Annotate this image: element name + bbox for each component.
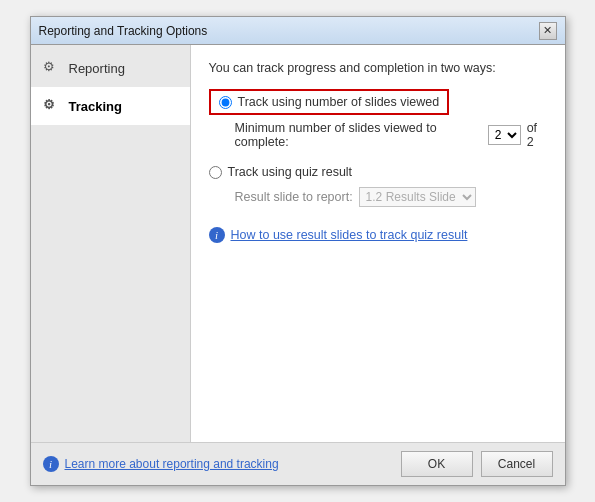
title-bar: Reporting and Tracking Options ✕ bbox=[31, 17, 565, 45]
min-slides-select[interactable]: 2 1 3 4 bbox=[488, 125, 521, 145]
option1-group: Track using number of slides viewed Mini… bbox=[209, 89, 547, 149]
sidebar-label-reporting: Reporting bbox=[69, 61, 125, 76]
sidebar-item-tracking[interactable]: ⚙ Tracking bbox=[31, 87, 190, 125]
gear-icon-reporting: ⚙ bbox=[43, 59, 61, 77]
info-icon: i bbox=[209, 227, 225, 243]
info-link-text: How to use result slides to track quiz r… bbox=[231, 228, 468, 242]
option1-radio[interactable] bbox=[219, 96, 232, 109]
dialog: Reporting and Tracking Options ✕ ⚙ Repor… bbox=[30, 16, 566, 486]
footer-buttons: OK Cancel bbox=[401, 451, 553, 477]
close-button[interactable]: ✕ bbox=[539, 22, 557, 40]
info-link[interactable]: i How to use result slides to track quiz… bbox=[209, 227, 547, 243]
result-slide-select[interactable]: 1.2 Results Slide bbox=[359, 187, 476, 207]
footer-info-icon: i bbox=[43, 456, 59, 472]
option2-group: Track using quiz result bbox=[209, 165, 547, 179]
option2-sub: Result slide to report: 1.2 Results Slid… bbox=[235, 187, 547, 207]
option2-section: Track using quiz result Result slide to … bbox=[209, 165, 547, 207]
main-content: You can track progress and completion in… bbox=[191, 45, 565, 442]
option2-radio[interactable] bbox=[209, 166, 222, 179]
result-slide-label: Result slide to report: bbox=[235, 190, 353, 204]
intro-text: You can track progress and completion in… bbox=[209, 61, 547, 75]
of-text: of 2 bbox=[527, 121, 547, 149]
dialog-footer: i Learn more about reporting and trackin… bbox=[31, 442, 565, 485]
option1-highlighted: Track using number of slides viewed bbox=[209, 89, 450, 115]
ok-button[interactable]: OK bbox=[401, 451, 473, 477]
option2-label[interactable]: Track using quiz result bbox=[228, 165, 353, 179]
cancel-button[interactable]: Cancel bbox=[481, 451, 553, 477]
dialog-body: ⚙ Reporting ⚙ Tracking You can track pro… bbox=[31, 45, 565, 442]
min-slides-label: Minimum number of slides viewed to compl… bbox=[235, 121, 482, 149]
option1-label[interactable]: Track using number of slides viewed bbox=[238, 95, 440, 109]
gear-icon-tracking: ⚙ bbox=[43, 97, 61, 115]
option1-sub: Minimum number of slides viewed to compl… bbox=[235, 121, 547, 149]
learn-more-link[interactable]: i Learn more about reporting and trackin… bbox=[43, 456, 279, 472]
dialog-title: Reporting and Tracking Options bbox=[39, 24, 208, 38]
sidebar: ⚙ Reporting ⚙ Tracking bbox=[31, 45, 191, 442]
sidebar-item-reporting[interactable]: ⚙ Reporting bbox=[31, 49, 190, 87]
learn-more-text: Learn more about reporting and tracking bbox=[65, 457, 279, 471]
sidebar-label-tracking: Tracking bbox=[69, 99, 122, 114]
